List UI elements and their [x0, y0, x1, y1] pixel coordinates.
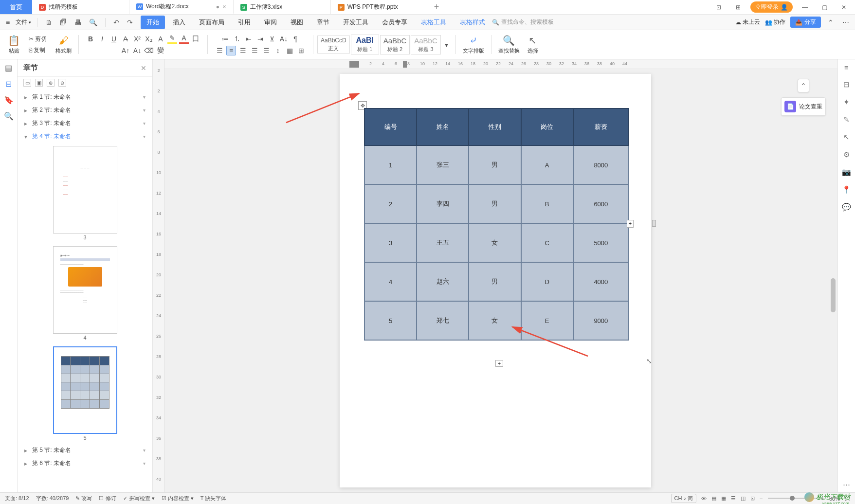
preview-icon[interactable]: 🔍 — [87, 18, 99, 27]
sort-button[interactable]: A↓ — [279, 34, 289, 44]
table-row[interactable]: 5郑七女E9000 — [364, 301, 629, 340]
nav-section-6[interactable]: ▸第 6 节: 未命名▾ — [18, 457, 152, 470]
more-icon[interactable]: ⋯ — [840, 18, 851, 27]
grid-icon[interactable]: ⊞ — [731, 4, 746, 11]
add-row-button[interactable]: + — [495, 360, 503, 367]
align-center-button[interactable]: ≡ — [226, 46, 236, 55]
rr-location-icon[interactable]: 📍 — [842, 185, 851, 194]
indent-inc-button[interactable]: ⇥ — [255, 34, 265, 44]
rr-nav-icon[interactable]: ≡ — [844, 63, 849, 72]
vertical-scrollbar[interactable] — [830, 74, 837, 479]
justify-button[interactable]: ☰ — [250, 46, 259, 55]
collapse-ribbon-icon[interactable]: ⌃ — [826, 18, 836, 27]
table-row[interactable]: 3王五女C5000 — [364, 223, 629, 262]
ribbon-tab-table-tools[interactable]: 表格工具 — [415, 16, 452, 29]
table-row[interactable]: 4赵六男D4000 — [364, 262, 629, 301]
table-cell[interactable]: 李四 — [417, 184, 469, 223]
table-cell[interactable]: 男 — [469, 184, 521, 223]
revise-button[interactable]: ☐ 修订 — [99, 495, 116, 502]
ribbon-tab-table-style[interactable]: 表格样式 — [454, 16, 491, 29]
page-thumb-5[interactable] — [53, 346, 117, 434]
rewrite-button[interactable]: ✎ 改写 — [75, 495, 92, 502]
zoom-fit-icon[interactable]: ⊡ — [750, 495, 755, 502]
undo-icon[interactable]: ↶ — [111, 18, 121, 27]
table-cell[interactable]: 4000 — [573, 262, 629, 301]
share-button[interactable]: 📤分享 — [790, 17, 821, 28]
highlight-button[interactable]: ✎ — [167, 34, 177, 44]
distribute-button[interactable]: ☰ — [261, 46, 271, 55]
view-print-icon[interactable]: ▤ — [711, 495, 716, 502]
home-tab[interactable]: 首页 — [0, 0, 32, 14]
table-header[interactable]: 薪资 — [573, 108, 629, 145]
ribbon-tab-member[interactable]: 会员专享 — [376, 16, 413, 29]
save-icon[interactable]: 🗎 — [43, 18, 54, 27]
rr-cursor-icon[interactable]: ↖ — [843, 133, 850, 142]
word-count[interactable]: 字数: 40/2879 — [36, 495, 69, 502]
case-button[interactable]: A — [156, 34, 165, 44]
zoom-out-icon[interactable]: − — [760, 496, 763, 502]
nav-tool-4[interactable]: ⊖ — [58, 79, 66, 87]
missing-fonts-button[interactable]: T 缺失字体 — [200, 495, 227, 502]
align-left-button[interactable]: ☰ — [215, 46, 224, 55]
table-cell[interactable]: D — [521, 262, 573, 301]
doc-tab-ppt[interactable]: P WPS PPT教程.pptx — [331, 0, 428, 14]
table-cell[interactable]: 女 — [469, 223, 521, 262]
decrease-font-icon[interactable]: A↓ — [132, 46, 142, 55]
close-icon[interactable]: × — [222, 3, 226, 10]
styles-more-icon[interactable]: ▾ — [442, 40, 452, 50]
minimize-button[interactable]: — — [798, 4, 812, 11]
view-fullwidth-icon[interactable]: ◫ — [741, 495, 746, 502]
data-table[interactable]: 编号姓名性别岗位薪资 1张三男A80002李四男B60003王五女C50004赵… — [364, 108, 629, 341]
table-cell[interactable]: 赵六 — [417, 262, 469, 301]
underline-button[interactable]: U — [109, 34, 119, 44]
coop-button[interactable]: 👥协作 — [765, 18, 785, 26]
line-spacing-button[interactable]: ↕ — [273, 46, 283, 55]
layout-icon[interactable]: ⊡ — [711, 4, 726, 11]
ribbon-tab-review[interactable]: 审阅 — [258, 16, 283, 29]
table-header[interactable]: 姓名 — [417, 108, 469, 145]
file-menu[interactable]: 文件▾ — [16, 18, 31, 26]
ribbon-tab-view[interactable]: 视图 — [285, 16, 309, 29]
copy-button[interactable]: ⎘复制 — [28, 45, 46, 55]
table-header[interactable]: 性别 — [469, 108, 521, 145]
bookmark-icon[interactable]: 🔖 — [4, 95, 14, 105]
table-row[interactable]: 1张三男A8000 — [364, 145, 629, 184]
table-header[interactable]: 岗位 — [521, 108, 573, 145]
command-search[interactable]: 🔍 查找命令、搜索模板 — [492, 18, 554, 26]
showmarks-button[interactable]: ¶ — [291, 34, 300, 44]
font-color-button[interactable]: A — [179, 34, 189, 44]
rr-camera-icon[interactable]: 📷 — [842, 168, 851, 177]
nav-section-2[interactable]: ▸第 2 节: 未命名▾ — [18, 104, 152, 117]
table-cell[interactable]: 男 — [469, 145, 521, 184]
thesis-check-button[interactable]: 📄 论文查重 — [781, 97, 826, 116]
style-h2[interactable]: AaBbC标题 2 — [380, 35, 410, 54]
view-outline-icon[interactable]: ☰ — [731, 495, 736, 502]
maximize-button[interactable]: ▢ — [817, 4, 832, 11]
cut-button[interactable]: ✂剪切 — [28, 34, 48, 44]
style-h3[interactable]: AaBbC标题 3 — [411, 35, 441, 54]
table-cell[interactable]: C — [521, 223, 573, 262]
menu-icon[interactable]: ≡ — [4, 18, 12, 27]
subscript-button[interactable]: X₂ — [144, 34, 154, 44]
table-cell[interactable]: 女 — [469, 301, 521, 340]
table-header[interactable]: 编号 — [364, 108, 417, 145]
doc-tab-template[interactable]: D 找稻壳模板 — [32, 0, 129, 14]
table-cell[interactable]: 6000 — [573, 184, 629, 223]
nav-tool-1[interactable]: ▭ — [23, 79, 31, 87]
close-button[interactable]: ✕ — [837, 4, 851, 11]
styles-gallery[interactable]: AaBbCcD正文 AaBl标题 1 AaBbC标题 2 AaBbC标题 3 ▾ — [317, 32, 452, 57]
ime-indicator[interactable]: CH ♪ 简 — [671, 494, 697, 503]
new-tab-button[interactable]: + — [428, 2, 445, 12]
table-cell[interactable]: 8000 — [573, 145, 629, 184]
borders-button[interactable]: ⊞ — [296, 46, 306, 55]
table-cell[interactable]: 4 — [364, 262, 417, 301]
row-handle[interactable] — [652, 220, 656, 227]
rr-more-icon[interactable]: ⋯ — [843, 480, 850, 489]
nav-section-1[interactable]: ▸第 1 节: 未命名▾ — [18, 90, 152, 104]
ribbon-tab-reference[interactable]: 引用 — [232, 16, 256, 29]
table-cell[interactable]: 1 — [364, 145, 417, 184]
table-cell[interactable]: 张三 — [417, 145, 469, 184]
char-border-button[interactable]: 囗 — [191, 34, 200, 44]
nav-tool-3[interactable]: ⊕ — [47, 79, 55, 87]
table-resize-handle[interactable]: ⤡ — [646, 357, 655, 366]
